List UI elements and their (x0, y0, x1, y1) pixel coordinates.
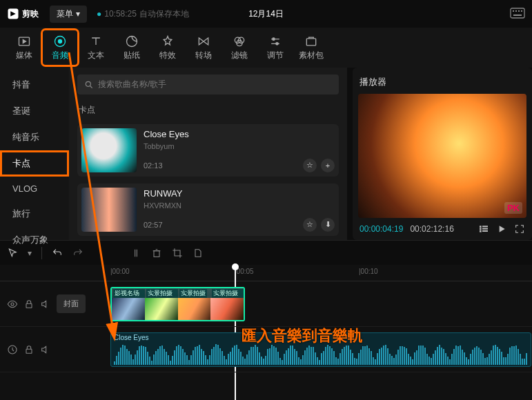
content-panel: 搜索歌曲名称/歌手 卡点 Close Eyes Tobbyum 02:13 ☆ … (69, 68, 347, 240)
svg-point-9 (59, 39, 62, 43)
play-icon[interactable] (496, 223, 507, 234)
svg-rect-1 (511, 8, 524, 18)
music-thumbnail (81, 188, 137, 232)
delete-icon[interactable] (151, 248, 162, 259)
svg-rect-23 (482, 230, 488, 232)
svg-rect-2 (513, 10, 514, 12)
tab-label: 素材包 (299, 50, 324, 61)
chevron-down-icon[interactable]: ▾ (28, 248, 32, 258)
mute-icon[interactable] (40, 299, 51, 310)
svg-rect-16 (306, 38, 315, 45)
timeline-toolbar: ▾ (0, 240, 532, 265)
svg-rect-3 (515, 10, 517, 12)
cover-button[interactable]: 封面 (57, 294, 86, 313)
svg-rect-20 (480, 230, 482, 232)
tab-material[interactable]: 素材包 (294, 30, 328, 65)
svg-rect-5 (521, 10, 522, 12)
time-ruler[interactable]: |00:00 |00:05 |00:10 (0, 265, 532, 281)
tab-text[interactable]: 文本 (79, 30, 113, 65)
tab-media[interactable]: 媒体 (7, 30, 41, 65)
tab-label: 滤镜 (231, 50, 248, 61)
time-total: 00:02:12:16 (410, 224, 453, 234)
tab-label: 贴纸 (124, 50, 140, 61)
video-track-row: 封面 影视名场面 实景拍摄 荷 实景拍摄 实景拍摄 浏 (0, 281, 532, 327)
tab-adjust[interactable]: 调节 (258, 30, 293, 65)
sidebar-item-travel[interactable]: 旅行 (0, 201, 69, 227)
redo-icon[interactable] (72, 248, 83, 259)
tab-audio[interactable]: 音频 (43, 30, 77, 65)
player-panel: 播放器 PK 00:00:04:19 00:02:12:16 (353, 68, 532, 240)
watermark: PK (504, 202, 522, 214)
document-date: 12月14日 (248, 8, 284, 20)
sidebar-item-pure[interactable]: 纯音乐 (0, 124, 69, 150)
fullscreen-icon[interactable] (514, 223, 525, 234)
section-title: 卡点 (79, 104, 339, 116)
sidebar-item-douyin[interactable]: 抖音 (0, 72, 69, 98)
svg-rect-24 (154, 250, 159, 257)
music-title: RUNWAY (144, 188, 335, 199)
tab-transition[interactable]: 转场 (186, 30, 221, 65)
svg-point-17 (86, 81, 90, 86)
download-button[interactable]: ⬇ (321, 218, 335, 232)
mute-icon[interactable] (40, 344, 51, 355)
music-artist: Tobbyum (144, 142, 335, 150)
music-artist: HXVRMXN (144, 201, 335, 210)
sidebar-item-shengdan[interactable]: 圣诞 (0, 98, 69, 124)
music-duration: 02:13 (144, 161, 163, 170)
lock-icon[interactable] (23, 344, 35, 355)
undo-icon[interactable] (52, 248, 63, 259)
time-current: 00:00:04:19 (359, 224, 403, 234)
svg-rect-21 (482, 226, 488, 227)
tab-sticker[interactable]: 贴纸 (115, 30, 149, 65)
tab-filter[interactable]: 滤镜 (222, 30, 257, 65)
tab-label: 特效 (159, 50, 176, 61)
music-item[interactable]: RUNWAY HXVRMXN 02:57 ☆ ⬇ (77, 183, 339, 236)
sidebar-item-vlog[interactable]: VLOG (0, 177, 69, 201)
svg-rect-28 (26, 349, 32, 353)
tab-effect[interactable]: 特效 (150, 30, 185, 65)
svg-rect-4 (518, 10, 520, 12)
svg-rect-22 (482, 228, 488, 230)
split-icon[interactable] (130, 248, 141, 259)
save-text: 自动保存本地 (139, 8, 189, 20)
menu-label: 菜单 (57, 8, 73, 20)
chevron-down-icon: ▾ (76, 9, 80, 19)
svg-rect-19 (480, 228, 482, 230)
tab-label: 调节 (267, 50, 284, 61)
save-time: 10:58:25 (104, 9, 137, 19)
menu-button[interactable]: 菜单 ▾ (50, 6, 87, 23)
crop-icon[interactable] (172, 248, 183, 259)
search-placeholder: 搜索歌曲名称/歌手 (98, 79, 166, 90)
sidebar-item-kadian[interactable]: 卡点 (0, 150, 69, 177)
svg-point-14 (273, 38, 275, 40)
cursor-icon[interactable] (7, 248, 18, 259)
marker-icon[interactable] (193, 248, 204, 259)
favorite-button[interactable]: ☆ (303, 159, 317, 172)
eye-icon[interactable] (7, 299, 18, 310)
app-name: 剪映 (22, 8, 39, 20)
search-input[interactable]: 搜索歌曲名称/歌手 (77, 74, 339, 94)
lock-icon[interactable] (23, 299, 35, 310)
add-button[interactable]: + (321, 159, 335, 172)
favorite-button[interactable]: ☆ (303, 218, 317, 232)
search-icon (84, 80, 94, 90)
music-item[interactable]: Close Eyes Tobbyum 02:13 ☆ + (77, 124, 339, 177)
music-title: Close Eyes (144, 129, 335, 139)
time-icon[interactable] (7, 344, 18, 355)
video-clip[interactable]: 影视名场面 实景拍摄 荷 实景拍摄 实景拍摄 浏 (110, 287, 245, 321)
check-icon: ● (97, 9, 101, 19)
clip-label: Close Eyes (114, 334, 149, 341)
title-bar: 剪映 菜单 ▾ ● 10:58:25 自动保存本地 12月14日 (0, 0, 532, 28)
player-preview[interactable]: PK (358, 94, 526, 218)
keyboard-icon[interactable] (510, 8, 525, 21)
top-tab-bar: 媒体 音频 文本 贴纸 特效 转场 滤镜 调节 素材包 (0, 28, 532, 68)
music-duration: 02:57 (144, 221, 163, 229)
audio-waveform (111, 344, 531, 365)
sidebar: 抖音 圣诞 纯音乐 卡点 VLOG 旅行 众声万象 (0, 68, 69, 240)
ruler-tick: |00:10 (359, 268, 378, 275)
logo-icon (7, 8, 19, 20)
annotation-text: 匯入音樂到音樂軌 (242, 326, 363, 346)
music-thumbnail (81, 128, 137, 172)
list-icon[interactable] (478, 223, 489, 234)
tab-label: 音频 (52, 50, 68, 61)
